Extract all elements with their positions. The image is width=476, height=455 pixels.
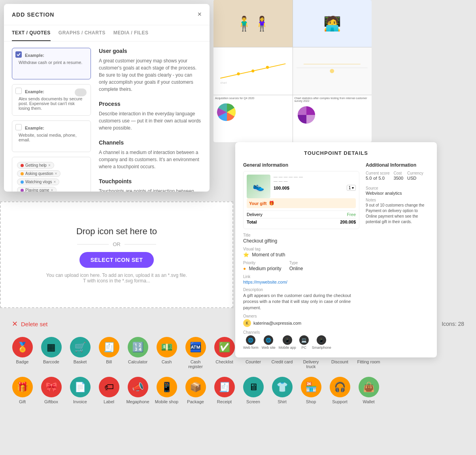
icon-item[interactable]: 👜 Wallet: [356, 377, 382, 404]
icon-label: Credit card: [272, 359, 293, 364]
icon-label: Discount: [331, 359, 348, 364]
icon-item[interactable]: 🎁 Gift: [9, 377, 35, 404]
total-row: Total 200.00$: [247, 218, 356, 226]
select-icon-set-button[interactable]: SELECT ICON SET: [79, 252, 154, 268]
icon-label: Wallet: [363, 399, 374, 404]
tab-graphs-charts[interactable]: GRAPHS / CHARTS: [59, 25, 106, 41]
desc-field: Description A gift appears on the custom…: [243, 288, 359, 311]
preview-cell-4: [293, 47, 372, 94]
quantity-selector[interactable]: 1 ▾: [347, 185, 356, 191]
tag-item[interactable]: Playing game×: [17, 187, 57, 192]
icon-label: Shirt: [278, 399, 287, 404]
channels-title: Channels: [99, 139, 202, 146]
priority-field: Priority ● Medium priority: [243, 261, 281, 275]
icon-label: Barcode: [43, 359, 59, 364]
icon-item[interactable]: 🧾 Bill: [96, 337, 122, 364]
touchpoints-title: Touchpoints: [99, 178, 202, 184]
icon-label: Fitting room: [357, 359, 380, 364]
upload-hint: You can upload icon here. To add an icon…: [38, 273, 196, 284]
svg-point-3: [266, 66, 269, 69]
process-desc: Describe interaction in the everyday lan…: [99, 110, 202, 132]
svg-point-7: [330, 69, 334, 73]
icon-item[interactable]: 📱 Mobile shop: [154, 377, 179, 404]
icon-item[interactable]: 🧾 Receipt: [212, 377, 237, 404]
score-cost-row: Current score 5.0 of 5.0 Cost 3500 Curre…: [366, 171, 429, 183]
icon-label: Invoice: [73, 399, 87, 404]
icon-circle: 📄: [70, 377, 91, 397]
channels-example-text: Website, social media, phone, email.: [17, 133, 86, 142]
icons-count: Icons: 28: [442, 321, 464, 327]
icon-label: Screen: [246, 399, 260, 404]
icon-circle: 🏷: [99, 377, 119, 397]
icon-circle: 🎧: [330, 377, 350, 397]
general-info-label: General information: [243, 162, 359, 168]
icon-label: Checklist: [215, 359, 233, 364]
icon-item[interactable]: 🏪 Shop: [298, 377, 324, 404]
drop-zone[interactable]: Drop icon set here to OR SELECT ICON SET…: [0, 201, 233, 308]
tab-text-quotes[interactable]: TEXT / QUOTES: [12, 25, 51, 41]
icon-item[interactable]: 🏷 Label: [96, 377, 122, 404]
tag-item[interactable]: Asking question×: [17, 170, 60, 177]
icon-item[interactable]: ✅ Checklist: [212, 337, 237, 364]
channels-card[interactable]: Example: Website, social media, phone, e…: [12, 120, 91, 152]
icon-item[interactable]: 🎧 Support: [327, 377, 353, 404]
icon-label: Gift: [19, 399, 26, 404]
icon-label: Support: [332, 399, 348, 404]
process-example-text: Alex sends documents by secure post. Exp…: [17, 96, 86, 111]
channel-circle: 📱: [317, 335, 326, 345]
channel-circle: 📱: [283, 335, 292, 345]
icon-item[interactable]: 🎀 Giftbox: [38, 377, 64, 404]
owner-avatar: K: [243, 319, 251, 327]
close-modal-button[interactable]: ×: [197, 10, 202, 19]
preview-inner: 🧍‍♂️🧍‍♀️ 🧑‍💻 chart: [213, 0, 372, 142]
user-goals-card[interactable]: Example: Withdraw cash or print a resume…: [12, 48, 91, 79]
tag-item[interactable]: Watching vlogs×: [17, 179, 59, 185]
icon-item[interactable]: 🏧 Cash register: [183, 337, 208, 369]
icon-item[interactable]: 🔢 Calculator: [125, 337, 151, 364]
channel-label: Mobile app: [279, 346, 296, 350]
type-field: Type Online: [289, 261, 303, 275]
tag-item[interactable]: Getting help×: [17, 162, 54, 169]
user-goals-desc: A great customer journey map shows your …: [99, 57, 202, 93]
process-card[interactable]: Example: Alex sends documents by secure …: [12, 84, 91, 116]
icon-circle: ✅: [214, 337, 235, 357]
delete-set-button[interactable]: ✕ Delete set: [12, 320, 48, 328]
icon-circle: 💵: [157, 337, 177, 357]
product-info: — — — — — — — — — 100.00$ 1 ▾: [274, 175, 356, 191]
icon-circle: 🧾: [99, 337, 119, 357]
or-divider: OR: [77, 241, 156, 247]
tab-media-files[interactable]: MEDIA / FILES: [113, 25, 149, 41]
user-goals-example-label: Example:: [17, 53, 86, 58]
icon-item[interactable]: 📦 Package: [183, 377, 208, 404]
user-goals-checkbox: [15, 51, 22, 58]
link-value[interactable]: https://mywebsite.com/: [243, 280, 359, 284]
user-goals-section: User goals A great customer journey map …: [99, 48, 202, 93]
product-image: 👟: [247, 175, 270, 198]
icon-item[interactable]: 📣 Megaphone: [125, 377, 151, 404]
preview-area: 🧍‍♂️🧍‍♀️ 🧑‍💻 chart: [213, 0, 372, 142]
icon-item[interactable]: 👕 Shirt: [269, 377, 295, 404]
icon-label: Counter: [246, 359, 261, 364]
icon-item[interactable]: ▦ Barcode: [38, 337, 64, 364]
icon-item[interactable]: 🏅 Badge: [9, 337, 35, 364]
channel-icon: 📱 Mobile app: [279, 335, 296, 350]
icon-circle: 📣: [128, 377, 148, 397]
touchpoint-title: TOUCHPOINT DETAILS: [243, 150, 429, 156]
tags-container: Getting help×Asking question×Watching vl…: [16, 161, 87, 192]
channel-circle: 🌐: [246, 335, 255, 345]
channels-field: Channels 🌐 Web form 🌐 Web site 📱 Mobile …: [243, 330, 359, 350]
icon-label: Receipt: [217, 399, 232, 404]
icon-item[interactable]: 🛒 Basket: [67, 337, 93, 364]
icon-item[interactable]: 📄 Invoice: [67, 377, 93, 404]
icon-label: Delivery truck: [298, 359, 324, 369]
icon-label: Giftbox: [44, 399, 58, 404]
process-checkbox: [15, 88, 22, 94]
add-section-modal: ADD SECTION × TEXT / QUOTES GRAPHS / CHA…: [4, 4, 210, 192]
icon-item[interactable]: 💵 Cash: [154, 337, 179, 364]
channels-example-label: Example:: [17, 126, 86, 130]
preview-cell-3: chart: [213, 47, 293, 94]
touchpoints-desc: Touchpoints are points of interaction be…: [99, 188, 202, 192]
preview-cell-2: 🧑‍💻: [293, 0, 372, 47]
icon-item[interactable]: 🖥 Screen: [240, 377, 266, 404]
channel-icon: 🌐 Web site: [262, 335, 276, 350]
